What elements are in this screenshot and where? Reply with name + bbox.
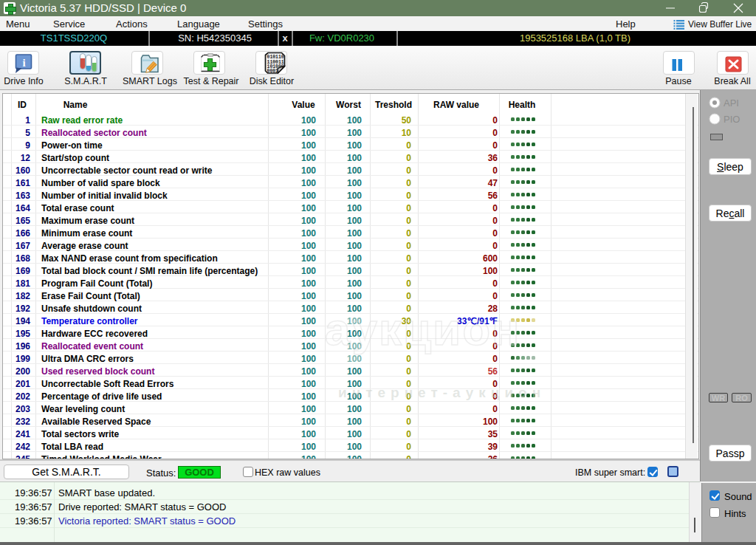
svg-text:i: i: [22, 57, 25, 69]
svg-text:0001: 0001: [267, 69, 279, 74]
